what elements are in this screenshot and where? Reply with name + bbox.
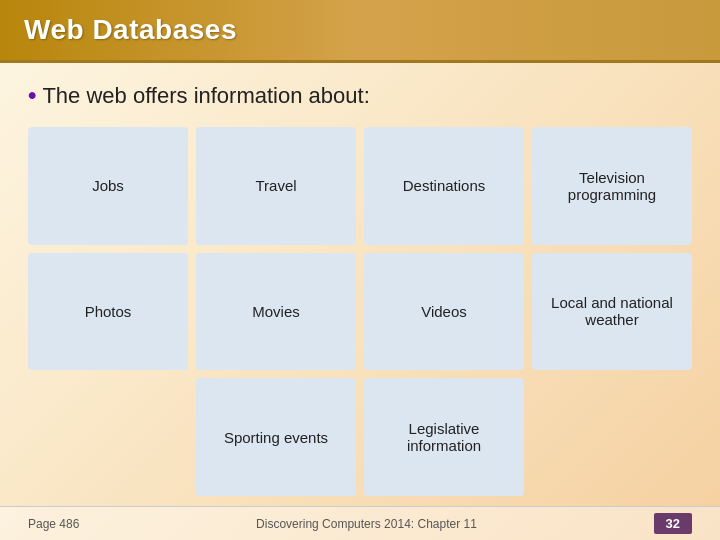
grid-cell-empty-1 <box>28 378 188 496</box>
slide-title: Web Databases <box>24 14 696 46</box>
info-grid: Jobs Travel Destinations Television prog… <box>28 127 692 496</box>
grid-cell-videos: Videos <box>364 253 524 371</box>
footer: Page 486 Discovering Computers 2014: Cha… <box>0 506 720 540</box>
grid-cell-destinations: Destinations <box>364 127 524 245</box>
grid-cell-photos: Photos <box>28 253 188 371</box>
grid-cell-movies: Movies <box>196 253 356 371</box>
grid-cell-local-national-weather: Local and national weather <box>532 253 692 371</box>
grid-cell-sporting-events: Sporting events <box>196 378 356 496</box>
intro-text: •The web offers information about: <box>28 81 692 109</box>
footer-caption: Discovering Computers 2014: Chapter 11 <box>256 517 477 531</box>
header: Web Databases <box>0 0 720 63</box>
grid-cell-jobs: Jobs <box>28 127 188 245</box>
grid-cell-legislative-information: Legislative information <box>364 378 524 496</box>
footer-page-label: Page 486 <box>28 517 79 531</box>
footer-page-number: 32 <box>654 513 692 534</box>
intro-label: The web offers information about: <box>42 83 369 108</box>
grid-cell-empty-2 <box>532 378 692 496</box>
grid-cell-television-programming: Television programming <box>532 127 692 245</box>
slide: Web Databases •The web offers informatio… <box>0 0 720 540</box>
grid-cell-travel: Travel <box>196 127 356 245</box>
content-area: •The web offers information about: Jobs … <box>0 63 720 506</box>
bullet-icon: • <box>28 81 36 108</box>
